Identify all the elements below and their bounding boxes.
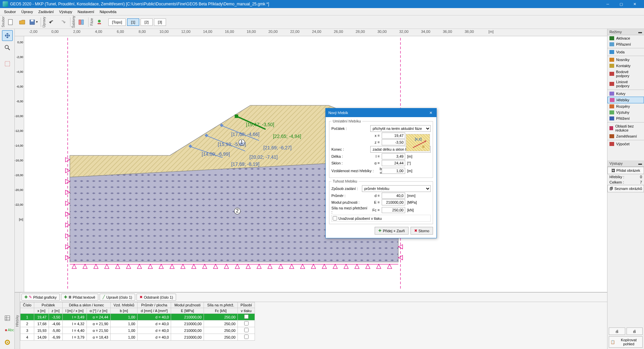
cancel-button[interactable]: ✖Storno — [411, 227, 433, 235]
copy-view-button[interactable]: 📋Kopírovat pohled — [609, 336, 643, 348]
svg-text:[22,65; -4,94]: [22,65; -4,94] — [273, 134, 301, 139]
pan-tool[interactable] — [2, 30, 13, 41]
table-row[interactable]: 315,93-5,80l = 4,40α = 21,501,00d = 40,0… — [20, 327, 255, 334]
print-2-button[interactable]: 🖨 — [627, 328, 643, 335]
zoom-window-tool[interactable] — [2, 58, 13, 69]
menu-zadávání[interactable]: Zadávání — [36, 9, 56, 14]
menu-soubor[interactable]: Soubor — [1, 9, 18, 14]
mode-přiřazení[interactable]: Přiřazení — [607, 41, 644, 47]
undo-button[interactable] — [46, 17, 57, 28]
redo-button[interactable] — [58, 17, 68, 28]
ruler-horizontal: -2,000,002,004,006,008,0010,0012,0014,00… — [15, 29, 607, 36]
menubar: SouborÚpravyZadáváníVýstupyNastaveníNápo… — [0, 8, 644, 15]
close-button[interactable]: ✕ — [628, 0, 641, 8]
svg-text:[17,68; -4,66]: [17,68; -4,66] — [231, 132, 259, 137]
edit-button[interactable]: ╱Upravit (číslo 1) — [100, 294, 135, 301]
table-row[interactable]: 217,68-4,66l = 4,32α = 21,901,00d = 40,0… — [20, 320, 255, 327]
mode-přitížení[interactable]: Přitížení — [607, 115, 644, 121]
group-location: Umístění hřebíku — [331, 119, 362, 123]
modulus-input[interactable] — [382, 199, 405, 205]
new-file-button[interactable] — [5, 17, 16, 28]
mode-liniové-podpory[interactable]: Liniové podpory — [607, 79, 644, 89]
svg-point-14 — [5, 329, 7, 331]
mode-nosníky[interactable]: Nosníky — [607, 57, 644, 63]
tb-group-phases: Fáze — [90, 17, 94, 27]
diameter-input[interactable] — [382, 193, 405, 199]
compression-cell-checkbox[interactable] — [244, 328, 249, 332]
menu-výstupy[interactable]: Výstupy — [56, 9, 75, 14]
compression-cell-checkbox[interactable] — [244, 321, 249, 326]
x-input[interactable] — [382, 133, 405, 139]
titlebar: GEO5 2020 - MKP (Tunel, Proudění, Konsol… — [0, 0, 644, 8]
add-close-button[interactable]: ✚Přidej + Zavři — [375, 227, 408, 235]
mode-voda[interactable]: Voda — [607, 49, 644, 55]
canvas-area[interactable]: -2,000,002,004,006,008,0010,0012,0014,00… — [15, 29, 607, 292]
add-graphically-button[interactable]: ✚✎Přidat graficky — [21, 294, 60, 301]
svg-point-5 — [98, 20, 101, 22]
add-phase-button[interactable] — [94, 17, 105, 28]
mode-kontakty[interactable]: Kontakty — [607, 63, 644, 69]
table-row[interactable]: 119,47-3,50l = 3,49α = 24,441,00d = 40,0… — [20, 314, 255, 320]
mode-výpočet[interactable]: Výpočet — [607, 141, 644, 147]
mode-oblasti-bez-redukce[interactable]: Oblasti bez redukce — [607, 123, 644, 133]
mode-výztuhy[interactable]: Výztuhy — [607, 109, 644, 115]
compression-checkbox-row[interactable]: Uvažovat působení v tlaku — [331, 215, 431, 222]
svg-text:[15,93; -5,80]: [15,93; -5,80] — [218, 142, 246, 147]
compression-checkbox[interactable] — [333, 216, 337, 220]
spacing-input[interactable] — [382, 168, 405, 174]
remove-button[interactable]: ✖Odstranit (číslo 1) — [137, 294, 176, 301]
menu-nápověda[interactable]: Nápověda — [97, 9, 119, 14]
add-text-button[interactable]: ✚≣Přidat textově — [61, 294, 98, 301]
tb-group-templates: Šablony — [72, 14, 75, 29]
method-select[interactable]: průměr hřebíku — [362, 185, 431, 192]
compression-cell-checkbox[interactable] — [244, 335, 249, 339]
z-input[interactable] — [382, 139, 405, 145]
table-view-button[interactable] — [2, 313, 13, 323]
svg-text:α: α — [422, 144, 425, 148]
phase-tab-2[interactable]: [2] — [141, 18, 153, 26]
open-file-button[interactable] — [17, 17, 28, 28]
mode-bodové-podpory[interactable]: Bodové podpory — [607, 69, 644, 79]
image-list-button[interactable]: 🗐Seznam obrázků — [607, 185, 644, 192]
outputs-header: Výstupy▬ — [607, 160, 644, 167]
compression-cell-checkbox[interactable] — [244, 314, 249, 319]
app-icon — [3, 1, 8, 7]
dialog-titlebar[interactable]: Nový hřebík ✕ — [326, 108, 436, 117]
svg-rect-25 — [235, 114, 238, 118]
angle-input[interactable] — [382, 160, 405, 166]
mode-aktivace[interactable]: Aktivace — [607, 35, 644, 41]
mode-rozpěry[interactable]: Rozpěry — [607, 103, 644, 109]
geometry-plot[interactable]: 1 2 [19,47; -3,50][22,65; -4,94][17,68; … — [24, 36, 607, 292]
phase-tab-1[interactable]: [1] — [127, 18, 139, 26]
menu-nastavení[interactable]: Nastavení — [75, 9, 97, 14]
settings-button[interactable] — [2, 337, 13, 348]
tb-group-file: Soubor — [1, 15, 5, 29]
svg-rect-0 — [8, 19, 12, 25]
template-button[interactable] — [76, 17, 87, 28]
bottom-panel-tab[interactable]: Hřebíky — [15, 293, 20, 349]
origin-select[interactable]: přichytit na terén aktuální fáze — [370, 125, 431, 132]
add-image-button[interactable]: 🖼Přidat obrázek — [607, 167, 644, 174]
mode-hřebíky[interactable]: Hřebíky — [607, 97, 644, 103]
menu-úpravy[interactable]: Úpravy — [18, 9, 36, 14]
bottom-panel: Hřebíky ✚✎Přidat graficky ✚≣Přidat texto… — [15, 292, 607, 349]
mode-kotvy[interactable]: Kotvy — [607, 91, 644, 97]
force-input[interactable] — [382, 207, 405, 213]
print-1-button[interactable]: 🖨 — [609, 328, 625, 335]
save-file-button[interactable]: ▼ — [28, 17, 39, 28]
phase-tab-0[interactable]: [Topo] — [108, 18, 126, 26]
dialog-close-button[interactable]: ✕ — [428, 110, 434, 116]
new-nail-dialog: Nový hřebík ✕ Umístění hřebíku [x,z]α Po… — [325, 108, 437, 238]
nails-table[interactable]: ČísloPočátekDélka a sklon / konecVzd. hř… — [20, 302, 607, 349]
collapse-icon[interactable]: ▬ — [638, 30, 642, 34]
length-input[interactable] — [382, 153, 405, 159]
collapse-icon[interactable]: ▬ — [638, 161, 642, 165]
mode-zemětřesení[interactable]: Zemětřesení — [607, 133, 644, 139]
svg-point-17 — [7, 342, 8, 343]
table-row[interactable]: 414,09-6,99l = 3,79α = 18,431,00d = 40,0… — [20, 334, 255, 341]
maximize-button[interactable]: ▢ — [614, 0, 628, 8]
zoom-tool[interactable] — [2, 42, 13, 53]
labels-button[interactable]: Abc — [2, 325, 13, 336]
phase-tab-3[interactable]: [3] — [154, 18, 166, 26]
minimize-button[interactable]: ─ — [601, 0, 614, 8]
